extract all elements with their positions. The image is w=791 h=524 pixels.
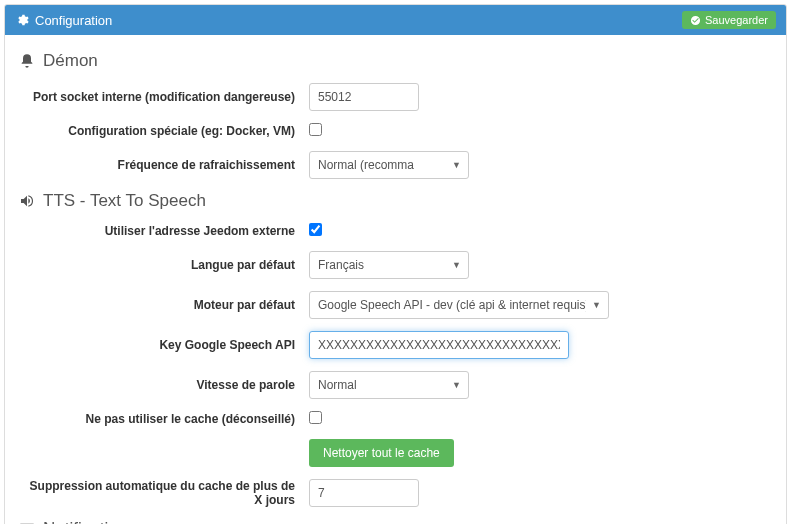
no-cache-label: Ne pas utiliser le cache (déconseillé)	[19, 412, 309, 426]
external-addr-label: Utiliser l'adresse Jeedom externe	[19, 224, 309, 238]
refresh-select[interactable]: Normal (recomma	[309, 151, 469, 179]
port-input[interactable]	[309, 83, 419, 111]
row-external-addr: Utiliser l'adresse Jeedom externe	[19, 223, 772, 239]
no-cache-checkbox[interactable]	[309, 411, 322, 424]
speed-select[interactable]: Normal	[309, 371, 469, 399]
api-key-label: Key Google Speech API	[19, 338, 309, 352]
volume-icon	[19, 193, 35, 209]
section-tts: TTS - Text To Speech	[19, 191, 772, 211]
check-icon	[690, 15, 701, 26]
clear-cache-button[interactable]: Nettoyer tout le cache	[309, 439, 454, 467]
row-clear-cache: Nettoyer tout le cache	[19, 439, 772, 467]
section-notifications: Notifications	[19, 519, 772, 524]
row-api-key: Key Google Speech API	[19, 331, 772, 359]
save-button-label: Sauvegarder	[705, 14, 768, 26]
panel-header-left: Configuration	[15, 13, 112, 28]
row-port: Port socket interne (modification danger…	[19, 83, 772, 111]
special-config-checkbox[interactable]	[309, 123, 322, 136]
section-notifications-title: Notifications	[43, 519, 136, 524]
panel-body: Démon Port socket interne (modification …	[5, 35, 786, 524]
row-refresh: Fréquence de rafraichissement Normal (re…	[19, 151, 772, 179]
row-engine: Moteur par défaut Google Speech API - de…	[19, 291, 772, 319]
config-panel: Configuration Sauvegarder Démon Port soc…	[4, 4, 787, 524]
gears-icon	[15, 13, 29, 27]
section-tts-title: TTS - Text To Speech	[43, 191, 206, 211]
api-key-input[interactable]	[309, 331, 569, 359]
panel-title: Configuration	[35, 13, 112, 28]
engine-label: Moteur par défaut	[19, 298, 309, 312]
row-lang: Langue par défaut Français	[19, 251, 772, 279]
auto-delete-label: Suppression automatique du cache de plus…	[19, 479, 309, 507]
refresh-label: Fréquence de rafraichissement	[19, 158, 309, 172]
save-button[interactable]: Sauvegarder	[682, 11, 776, 29]
row-no-cache: Ne pas utiliser le cache (déconseillé)	[19, 411, 772, 427]
port-label: Port socket interne (modification danger…	[19, 90, 309, 104]
row-speed: Vitesse de parole Normal	[19, 371, 772, 399]
lang-select[interactable]: Français	[309, 251, 469, 279]
section-demon: Démon	[19, 51, 772, 71]
panel-header: Configuration Sauvegarder	[5, 5, 786, 35]
row-special-config: Configuration spéciale (eg: Docker, VM)	[19, 123, 772, 139]
special-config-label: Configuration spéciale (eg: Docker, VM)	[19, 124, 309, 138]
lang-label: Langue par défaut	[19, 258, 309, 272]
section-demon-title: Démon	[43, 51, 98, 71]
external-addr-checkbox[interactable]	[309, 223, 322, 236]
speed-label: Vitesse de parole	[19, 378, 309, 392]
row-auto-delete: Suppression automatique du cache de plus…	[19, 479, 772, 507]
bell-icon	[19, 53, 35, 69]
auto-delete-input[interactable]	[309, 479, 419, 507]
engine-select[interactable]: Google Speech API - dev (clé api & inter…	[309, 291, 609, 319]
